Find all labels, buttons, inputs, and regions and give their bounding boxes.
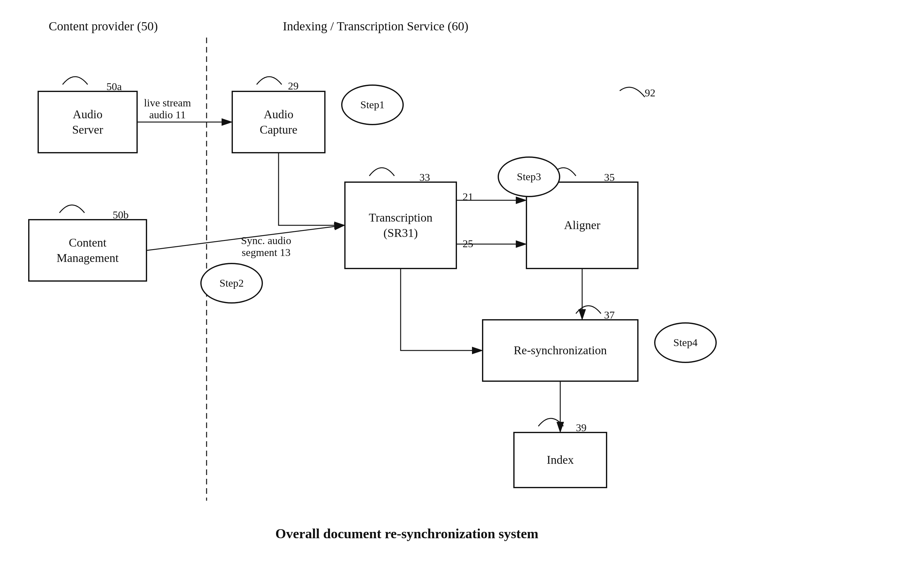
content-management-box: Content Management	[28, 219, 147, 282]
ref-92: 92	[645, 87, 655, 99]
transcription-box: Transcription (SR31)	[344, 182, 457, 269]
live-stream-label: live stream audio 11	[144, 97, 191, 121]
audio-capture-ref: 29	[288, 80, 299, 92]
resync-box: Re-synchronization	[482, 319, 639, 382]
audio-server-ref: 50a	[107, 81, 122, 93]
step3-ellipse: Step3	[498, 156, 560, 197]
content-provider-label: Content provider (50)	[19, 19, 188, 33]
diagram-caption: Overall document re-synchronization syst…	[125, 526, 688, 542]
resync-ref: 37	[604, 309, 615, 321]
step4-ellipse: Step4	[654, 322, 717, 363]
transcription-ref: 33	[419, 171, 430, 183]
audio-capture-box: Audio Capture	[232, 91, 325, 153]
diagram-container: Content provider (50) Indexing / Transcr…	[0, 0, 923, 588]
indexing-service-label: Indexing / Transcription Service (60)	[219, 19, 532, 33]
content-management-ref: 50b	[113, 209, 129, 221]
sync-audio-label: Sync. audio segment 13	[241, 235, 291, 258]
aligner-ref: 35	[604, 171, 615, 183]
ref-25: 25	[463, 238, 473, 250]
arrows-svg	[0, 0, 923, 588]
audio-server-box: Audio Server	[38, 91, 138, 153]
step2-ellipse: Step2	[200, 263, 263, 304]
ref-21: 21	[463, 191, 473, 203]
step1-ellipse: Step1	[341, 84, 404, 125]
index-box: Index	[513, 432, 607, 488]
index-ref: 39	[576, 422, 586, 434]
